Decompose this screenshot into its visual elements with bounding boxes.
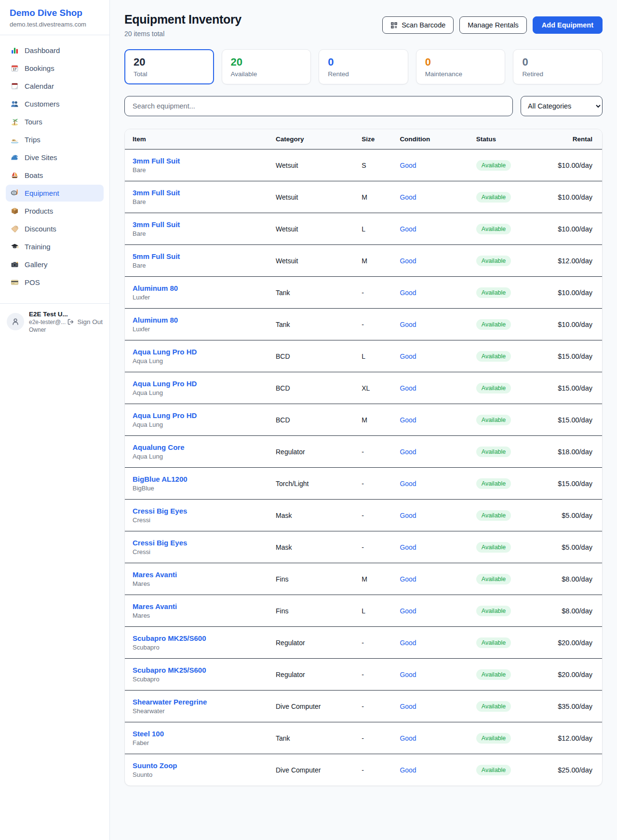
condition-link[interactable]: Good [400,416,416,424]
user-role: Owner [29,326,62,333]
item-name-link[interactable]: Mares Avanti [133,570,260,579]
sidebar-item-label: Training [25,243,51,251]
status-badge: Available [476,447,511,457]
stat-value: 20 [231,56,302,68]
item-category: BCD [268,404,354,436]
item-category: Wetsuit [268,245,354,277]
condition-link[interactable]: Good [400,289,416,297]
stat-card-rented[interactable]: 0 Rented [319,49,408,84]
item-name-link[interactable]: Mares Avanti [133,602,260,610]
sidebar-item-dashboard[interactable]: Dashboard [6,42,104,59]
sidebar-item-boats[interactable]: Boats [6,167,104,184]
sidebar-item-dive-sites[interactable]: Dive Sites [6,149,104,166]
condition-link[interactable]: Good [400,543,416,551]
rental-rate: $10.00/day [535,277,602,309]
item-name-link[interactable]: Aqua Lung Pro HD [133,348,260,356]
sidebar-item-label: Customers [25,100,60,108]
condition-link[interactable]: Good [400,703,416,710]
condition-link[interactable]: Good [400,448,416,456]
sidebar-item-label: Dashboard [25,46,60,54]
stat-card-available[interactable]: 20 Available [222,49,311,84]
rental-rate: $12.00/day [535,245,602,277]
item-name-link[interactable]: Aluminum 80 [133,284,260,292]
rental-rate: $18.00/day [535,436,602,468]
condition-link[interactable]: Good [400,257,416,265]
condition-link[interactable]: Good [400,193,416,201]
sidebar-item-bookings[interactable]: Bookings [6,60,104,77]
search-input[interactable] [124,96,513,116]
sidebar-item-pos[interactable]: POS [6,274,104,291]
shop-name: Demo Dive Shop [10,8,100,19]
item-name-link[interactable]: Scubapro MK25/S600 [133,666,260,674]
stat-label: Maintenance [425,70,496,78]
stat-card-total[interactable]: 20 Total [124,49,214,84]
sidebar-item-gallery[interactable]: Gallery [6,256,104,273]
sign-out-button[interactable]: Sign Out [67,318,103,325]
sidebar-item-products[interactable]: Products [6,203,104,219]
item-name-link[interactable]: Scubapro MK25/S600 [133,634,260,642]
table-row: Cressi Big Eyes Cressi Mask - Good Avail… [125,531,602,563]
item-category: Tank [268,722,354,754]
item-name-link[interactable]: 3mm Full Suit [133,189,260,197]
stat-card-maintenance[interactable]: 0 Maintenance [416,49,506,84]
rental-rate: $12.00/day [535,722,602,754]
sidebar-item-calendar[interactable]: Calendar [6,78,104,95]
item-name-link[interactable]: Suunto Zoop [133,761,260,770]
qr-scan-icon [390,22,398,29]
condition-link[interactable]: Good [400,352,416,360]
logout-icon [67,318,74,325]
sidebar-item-trips[interactable]: Trips [6,131,104,148]
item-category: Mask [268,500,354,531]
item-name-link[interactable]: Steel 100 [133,730,260,738]
condition-link[interactable]: Good [400,671,416,678]
item-name-link[interactable]: Aqua Lung Pro HD [133,379,260,388]
item-brand: Luxfer [133,325,260,333]
sidebar-item-equipment[interactable]: Equipment [6,185,104,202]
item-size: - [354,500,392,531]
condition-link[interactable]: Good [400,575,416,583]
item-name-link[interactable]: Cressi Big Eyes [133,539,260,547]
user-name: E2E Test U... [29,311,62,318]
condition-link[interactable]: Good [400,384,416,392]
item-brand: Aqua Lung [133,389,260,396]
manage-rentals-button[interactable]: Manage Rentals [459,16,527,34]
item-name-link[interactable]: Aluminum 80 [133,316,260,324]
sidebar-item-customers[interactable]: Customers [6,95,104,112]
condition-link[interactable]: Good [400,639,416,647]
item-name-link[interactable]: Aqualung Core [133,443,260,451]
condition-link[interactable]: Good [400,607,416,615]
item-name-link[interactable]: Cressi Big Eyes [133,507,260,515]
category-select[interactable]: All Categories [521,96,603,116]
item-brand: Luxfer [133,294,260,301]
item-name-link[interactable]: Shearwater Peregrine [133,698,260,706]
table-row: Scubapro MK25/S600 Scubapro Regulator - … [125,659,602,691]
add-equipment-button[interactable]: Add Equipment [533,16,603,34]
condition-link[interactable]: Good [400,766,416,774]
item-size: - [354,468,392,500]
stat-label: Available [231,70,302,78]
sign-out-label: Sign Out [77,318,103,325]
condition-link[interactable]: Good [400,512,416,519]
item-size: - [354,659,392,691]
condition-link[interactable]: Good [400,321,416,328]
item-name-link[interactable]: 3mm Full Suit [133,220,260,229]
stat-cards: 20 Total 20 Available 0 Rented 0 Mainten… [124,49,603,84]
condition-link[interactable]: Good [400,734,416,742]
item-name-link[interactable]: Aqua Lung Pro HD [133,411,260,420]
item-name-link[interactable]: BigBlue AL1200 [133,475,260,483]
status-badge: Available [476,383,511,393]
stat-card-retired[interactable]: 0 Retired [513,49,603,84]
sidebar-item-tours[interactable]: Tours [6,113,104,130]
condition-link[interactable]: Good [400,162,416,169]
item-brand: Mares [133,580,260,587]
sidebar-item-discounts[interactable]: Discounts [6,220,104,237]
item-name-link[interactable]: 3mm Full Suit [133,157,260,165]
item-category: BCD [268,372,354,404]
item-brand: Shearwater [133,707,260,715]
sidebar-item-training[interactable]: Training [6,238,104,255]
item-name-link[interactable]: 5mm Full Suit [133,252,260,260]
condition-link[interactable]: Good [400,480,416,488]
table-row: 3mm Full Suit Bare Wetsuit M Good Availa… [125,181,602,213]
condition-link[interactable]: Good [400,225,416,233]
scan-barcode-button[interactable]: Scan Barcode [382,16,454,34]
